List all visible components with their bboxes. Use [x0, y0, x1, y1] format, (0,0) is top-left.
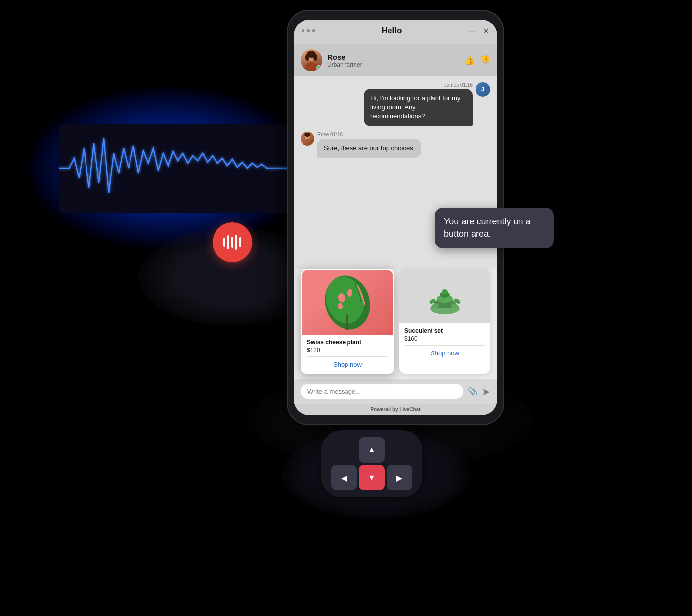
james-bubble: Hi, I'm looking for a plant for my livin…: [364, 89, 473, 126]
powered-by-text: Powered by: [370, 407, 399, 412]
agent-avatar: [301, 49, 322, 71]
rose-message-content: Rose 01:16 Sure, these are our top choic…: [317, 132, 421, 158]
nav-top-row: ▲: [359, 437, 385, 463]
shop-now-button-2[interactable]: Shop now: [404, 348, 485, 358]
svg-point-4: [305, 54, 309, 61]
dot-3: [312, 29, 315, 32]
message-james: James 01:16 Hi, I'm looking for a plant …: [301, 82, 490, 126]
monstera-leaf-svg: [318, 270, 377, 335]
waveform-display: [59, 124, 321, 213]
dot-1: [302, 29, 304, 32]
tooltip-bubble: You are currently on a button area.: [435, 208, 554, 248]
nav-right-button[interactable]: ▶: [387, 465, 412, 490]
scene: Hello — ✕: [0, 0, 692, 616]
tooltip-text: You are currently on a button area.: [444, 217, 530, 239]
james-avatar: J: [476, 82, 490, 97]
thumbs-down-button[interactable]: 👎: [479, 55, 490, 66]
chat-controls: — ✕: [468, 26, 489, 36]
succulent-image: [399, 269, 490, 323]
livechat-brand: LiveChat: [399, 407, 420, 412]
succulent-info: Succulent set $160 Shop now: [399, 323, 490, 361]
agent-info: Rose Urban farmer: [327, 53, 459, 68]
svg-point-9: [304, 133, 310, 137]
message-rose: Rose 01:16 Sure, these are our top choic…: [301, 132, 490, 158]
succulent-price: $160: [404, 335, 485, 342]
agent-role: Urban farmer: [327, 61, 459, 68]
rose-avatar-small: [301, 132, 314, 146]
product-card-succulent[interactable]: Succulent set $160 Shop now: [399, 269, 490, 374]
svg-point-1: [305, 62, 318, 71]
waveform-line: [59, 138, 321, 193]
agent-row: Rose Urban farmer 👍 👎: [294, 44, 497, 76]
message-input[interactable]: [301, 384, 463, 399]
feedback-thumbs: 👍 👎: [464, 55, 490, 66]
waveform-svg: [59, 124, 321, 213]
chat-title: Hello: [382, 26, 402, 36]
divider-2: [404, 345, 485, 346]
product-card-swiss-cheese[interactable]: Swiss cheese plant $120 Shop now: [301, 269, 394, 374]
mic-button[interactable]: [213, 222, 252, 262]
svg-point-5: [313, 54, 317, 61]
mic-bars-icon: [223, 235, 241, 250]
shop-now-button-1[interactable]: Shop now: [307, 359, 388, 369]
rose-meta: Rose 01:16: [317, 132, 421, 137]
online-indicator: [316, 65, 321, 70]
nav-middle-row: ◀ ▼ ▶: [331, 465, 412, 490]
chat-input-area: 📎 ➤: [294, 379, 497, 404]
svg-point-20: [442, 289, 448, 294]
divider-1: [307, 356, 388, 357]
agent-name: Rose: [327, 53, 459, 61]
rose-bubble: Sure, these are our top choices.: [317, 139, 421, 158]
james-meta: James 01:16: [364, 82, 473, 88]
send-icon[interactable]: ➤: [482, 386, 490, 397]
succulent-svg: [420, 269, 470, 323]
swiss-cheese-name: Swiss cheese plant: [307, 339, 388, 346]
nav-up-button[interactable]: ▲: [359, 437, 385, 463]
minimize-button[interactable]: —: [468, 26, 476, 35]
succulent-name: Succulent set: [404, 327, 485, 334]
swiss-cheese-price: $120: [307, 347, 388, 353]
navigation-pad: ▲ ◀ ▼ ▶: [321, 430, 422, 497]
james-message-content: James 01:16 Hi, I'm looking for a plant …: [364, 82, 473, 126]
nav-down-button[interactable]: ▼: [359, 465, 385, 490]
chat-header: Hello — ✕: [294, 20, 497, 44]
swiss-cheese-image: [302, 270, 393, 335]
window-dots: [302, 29, 315, 32]
powered-by: Powered by LiveChat: [294, 404, 497, 415]
product-cards-row: Swiss cheese plant $120 Shop now: [294, 269, 497, 379]
nav-left-button[interactable]: ◀: [331, 465, 357, 490]
thumbs-up-button[interactable]: 👍: [464, 55, 475, 66]
dot-2: [307, 29, 310, 32]
swiss-cheese-info: Swiss cheese plant $120 Shop now: [302, 335, 393, 372]
close-button[interactable]: ✕: [483, 26, 489, 36]
attach-icon[interactable]: 📎: [467, 386, 478, 397]
